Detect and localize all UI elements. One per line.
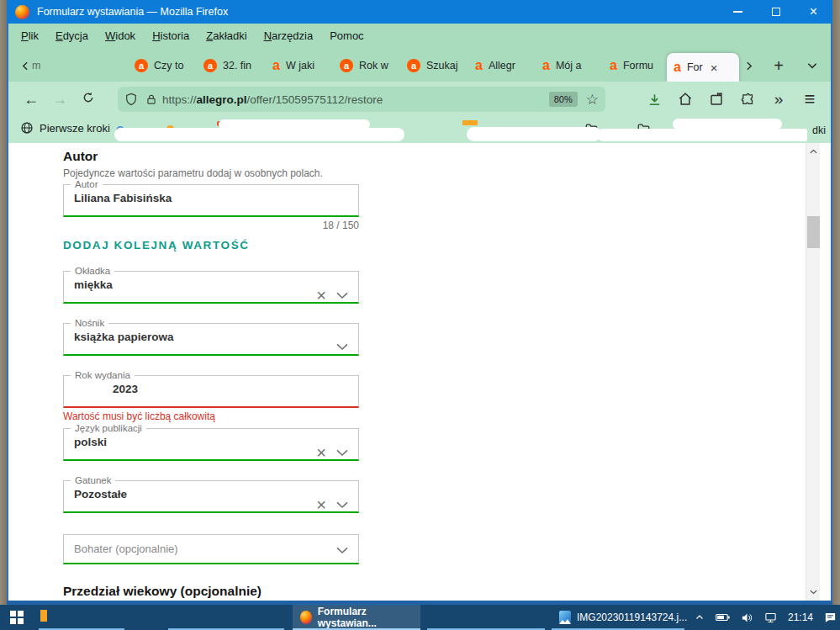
url-bar[interactable]: https://allegro.pl/offer/15059575112/res… [118, 87, 605, 112]
start-button[interactable] [0, 605, 34, 630]
url-scheme: https:// [162, 93, 197, 106]
list-all-tabs-button[interactable] [802, 56, 822, 76]
notification-icon [824, 611, 837, 623]
tab-rok-w[interactable]: a Rok w [340, 55, 388, 77]
field-value-autor[interactable]: Liliana Fabisińska [64, 190, 358, 204]
tab-label: W jaki [286, 60, 314, 71]
field-value-rok[interactable]: 2023 [64, 381, 358, 395]
network-tray-icon[interactable] [764, 612, 777, 623]
clear-icon[interactable]: × [316, 444, 326, 461]
field-label-okladka: Okładka [71, 267, 114, 277]
tray-expand-button[interactable] [695, 612, 705, 622]
taskbar-app-redacted-3[interactable] [427, 605, 545, 630]
redaction-blob [219, 119, 370, 130]
allegro-favicon: a [674, 61, 681, 74]
field-value-jezyk[interactable]: polski [64, 434, 358, 448]
bookmark-label: Pierwsze kroki [40, 122, 110, 135]
bookmarks-bar: Pierwsze kroki C dki [8, 117, 831, 143]
field-rok-wydania[interactable]: Rok wydania 2023 [63, 371, 359, 408]
tab-close-icon[interactable]: × [711, 61, 718, 75]
url-path: /offer/15059575112/restore [247, 93, 383, 106]
menu-edycja[interactable]: Edycja [48, 26, 96, 45]
menu-narzedzia[interactable]: Narzędzia [256, 26, 321, 45]
bookmark-star-icon[interactable]: ☆ [586, 91, 599, 109]
tab-32-fin[interactable]: a 32. fin [203, 55, 251, 77]
tab-active-formularz[interactable]: a For × [667, 53, 739, 82]
plus-icon: + [774, 57, 784, 74]
scroll-down-button[interactable] [806, 585, 821, 599]
field-gatunek[interactable]: Gatunek Pozostałe × [63, 476, 359, 513]
taskbar-firefox-label: Formularz wystawian... [318, 606, 413, 629]
forward-button[interactable]: → [45, 91, 74, 109]
page-content: Autor Pojedyncze wartości parametru doda… [8, 143, 831, 601]
menu-zakladki[interactable]: Zakładki [198, 26, 254, 45]
extensions-button[interactable] [737, 88, 758, 110]
chevron-down-icon[interactable] [335, 445, 350, 460]
tab-scroll-right-button[interactable] [738, 56, 758, 76]
taskbar-photo-button[interactable]: IMG20230119143724.j... [552, 605, 684, 630]
clear-icon[interactable]: × [316, 496, 326, 513]
field-autor[interactable]: Autor Liliana Fabisińska [63, 180, 359, 217]
app-menu-button[interactable]: ≡ [799, 88, 821, 110]
tab-redacted[interactable]: m [32, 55, 40, 77]
minimize-icon [733, 11, 742, 13]
battery-tray-icon[interactable] [716, 612, 730, 622]
chevron-right-icon [743, 61, 754, 71]
tab-label: Rok w [359, 60, 388, 71]
home-button[interactable] [674, 88, 696, 110]
taskbar-app-redacted-1[interactable] [37, 605, 126, 630]
bookmark-pierwsze-kroki[interactable]: Pierwsze kroki [20, 121, 110, 135]
zoom-level-badge[interactable]: 80% [549, 92, 578, 107]
navigation-toolbar: ← → https://allegro.pl/offer/15059575112… [8, 82, 831, 117]
hamburger-icon: ≡ [805, 88, 816, 110]
field-value-gatunek[interactable]: Pozostałe [64, 486, 358, 500]
desktop-edge-right [832, 0, 840, 605]
minimize-button[interactable] [719, 0, 757, 24]
vertical-scrollbar[interactable] [806, 143, 820, 601]
tab-formu[interactable]: a Formu [610, 55, 653, 77]
allegro-favicon: a [542, 59, 550, 72]
speaker-icon [741, 612, 753, 623]
maximize-button[interactable] [757, 0, 795, 24]
menu-plik[interactable]: Plik [13, 26, 46, 45]
field-jezyk-publikacji[interactable]: Język publikacji polski × [63, 424, 359, 461]
overflow-menu-button[interactable]: » [768, 88, 790, 110]
tab-czy-to[interactable]: a Czy to [135, 55, 183, 77]
clear-icon[interactable]: × [316, 287, 326, 304]
menu-historia[interactable]: Historia [145, 26, 197, 45]
chevron-down-icon[interactable] [335, 497, 350, 512]
field-bohater[interactable]: Bohater (opcjonalnie) [63, 534, 359, 564]
taskbar-firefox-button[interactable]: Formularz wystawian... [293, 605, 420, 630]
tab-w-jaki[interactable]: a W jaki [272, 55, 314, 77]
field-nosnik[interactable]: Nośnik książka papierowa [63, 319, 359, 356]
library-button[interactable] [705, 88, 727, 110]
tab-allegro[interactable]: a Allegr [475, 55, 515, 77]
tab-moj-a[interactable]: a Mój a [542, 55, 581, 77]
tab-szukaj[interactable]: a Szukaj [407, 55, 458, 77]
scroll-up-button[interactable] [806, 145, 821, 159]
field-value-nosnik[interactable]: książka papierowa [64, 329, 358, 343]
menu-widok[interactable]: Widok [98, 26, 143, 45]
section-title-przedzial: Przedział wiekowy (opcjonalnie) [63, 584, 262, 599]
url-host: allegro.pl [197, 93, 247, 106]
field-okladka[interactable]: Okładka miękka × [63, 267, 359, 304]
field-value-okladka[interactable]: miękka [64, 277, 358, 291]
close-button[interactable]: × [795, 0, 832, 24]
overflow-icon: » [774, 90, 784, 109]
volume-tray-icon[interactable] [741, 612, 753, 623]
taskbar-clock[interactable]: 21:14 [788, 611, 813, 623]
downloads-button[interactable] [643, 88, 665, 110]
back-button[interactable]: ← [17, 91, 45, 109]
taskbar-app-redacted-2[interactable] [168, 605, 286, 630]
add-next-value-link[interactable]: DODAJ KOLEJNĄ WARTOŚĆ [63, 239, 250, 251]
reload-button[interactable] [74, 91, 103, 109]
chevron-down-icon[interactable] [335, 339, 350, 354]
chevron-down-icon [806, 60, 818, 71]
scrollbar-thumb[interactable] [807, 216, 820, 248]
new-tab-button[interactable]: + [769, 56, 789, 76]
screen: Formularz wystawiania — Mozilla Firefox … [0, 0, 840, 630]
menu-pomoc[interactable]: Pomoc [322, 26, 371, 45]
action-center-button[interactable] [824, 611, 837, 623]
chevron-down-icon[interactable] [335, 288, 350, 303]
chevron-down-icon[interactable] [335, 543, 350, 558]
